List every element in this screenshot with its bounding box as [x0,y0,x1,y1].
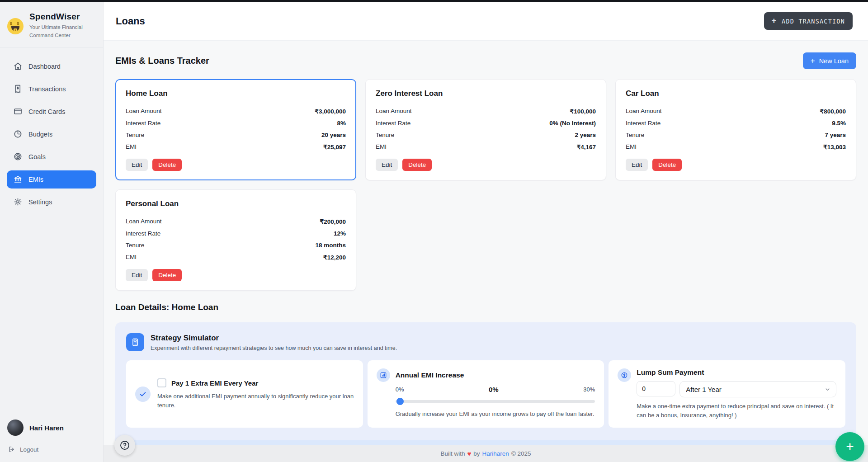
annual-increase-slider[interactable] [396,398,595,405]
emi-value: ₹12,200 [323,254,346,261]
check-icon [135,387,151,402]
annual-increase-label: Annual EMI Increase [396,371,464,379]
simulator-title: Strategy Simulator [151,334,397,343]
interest-rate-value: 0% (No Interest) [549,120,596,127]
interest-rate-value: 9.5% [832,120,846,127]
loan-card-car-loan[interactable]: Car Loan Loan Amount₹800,000 Interest Ra… [615,79,856,180]
money-face-logo-icon: $ $ $ [7,18,24,34]
tenure-value: 7 years [825,132,846,138]
loan-name: Personal Loan [126,199,346,208]
loan-name: Home Loan [126,89,346,98]
slider-max-label: 30% [583,386,595,393]
edit-button[interactable]: Edit [126,159,148,171]
loan-card-home-loan[interactable]: Home Loan Loan Amount₹3,000,000 Interest… [115,79,356,180]
extra-emi-description: Make one additional EMI payment annually… [157,392,354,410]
slider-current-value: 0% [489,386,499,393]
slider-thumb[interactable] [396,398,404,405]
strategy-card-extra-emi: Pay 1 Extra EMI Every Year Make one addi… [126,360,363,428]
tenure-value: 2 years [575,132,596,138]
pie-chart-icon [14,130,22,138]
tenure-value: 18 months [315,242,346,249]
new-loan-button[interactable]: + New Loan [803,52,856,69]
plus-icon: + [846,440,854,453]
delete-button[interactable]: Delete [152,269,182,281]
user-name: Hari Haren [29,424,64,432]
extra-emi-label: Pay 1 Extra EMI Every Year [171,379,258,387]
sidebar-item-budgets[interactable]: Budgets [7,125,96,143]
app-logo: $ $ $ SpendWiser Your Ultimate Financial… [0,2,103,47]
user-avatar [7,420,24,436]
sidebar-nav: Dashboard Transactions Credit Cards Budg… [0,47,103,221]
annual-increase-description: Gradually increase your EMI as your inco… [396,410,595,419]
delete-button[interactable]: Delete [152,159,182,171]
loan-card-zero-interest-loan[interactable]: Zero Interest Loan Loan Amount₹100,000 I… [365,79,606,180]
interest-rate-value: 8% [337,120,346,127]
gear-icon [14,198,22,206]
receipt-icon [14,85,22,93]
simulator-subtitle: Experiment with different repayment stra… [151,345,397,351]
lump-sum-description: Make a one-time extra payment to reduce … [637,402,836,420]
dollar-circle-icon [618,368,631,382]
delete-button[interactable]: Delete [652,159,682,171]
sidebar-item-credit-cards[interactable]: Credit Cards [7,103,96,121]
page-title: Loans [116,15,145,27]
add-floating-button[interactable]: + [835,432,864,461]
loan-amount-value: ₹100,000 [570,108,596,115]
loan-amount-value: ₹800,000 [820,108,846,115]
loan-amount-value: ₹200,000 [320,218,346,225]
calculator-icon [126,333,144,351]
tenure-value: 20 years [321,132,346,138]
page-footer: Built with ♥ by Hariharen © 2025 [104,445,868,462]
emi-value: ₹13,003 [823,143,846,151]
home-icon [14,62,22,71]
app-name: SpendWiser [29,12,89,22]
author-link[interactable]: Hariharen [482,450,509,457]
edit-button[interactable]: Edit [126,269,148,281]
bar-chart-icon [377,368,390,382]
credit-card-icon [14,107,22,116]
bank-icon [14,175,22,184]
emi-value: ₹25,097 [323,143,346,151]
sidebar-item-transactions[interactable]: Transactions [7,80,96,98]
sidebar-user: Hari Haren [0,412,103,438]
help-button[interactable] [114,435,135,456]
plus-icon: + [811,57,815,65]
sidebar-item-goals[interactable]: Goals [7,148,96,166]
strategy-card-lump-sum: Lump Sum Payment After 1 Year [609,360,845,428]
lump-sum-label: Lump Sum Payment [637,368,836,377]
interest-rate-value: 12% [334,230,346,237]
loan-name: Zero Interest Loan [376,89,596,98]
add-transaction-button[interactable]: + ADD TRANSACTION [764,12,853,30]
strategy-simulator-panel: Strategy Simulator Experiment with diffe… [115,322,856,445]
loan-amount-value: ₹3,000,000 [315,108,346,115]
sidebar-item-emis[interactable]: EMIs [7,170,96,189]
strategy-card-annual-increase: Annual EMI Increase 0% 0% 30% Gradually … [368,360,604,428]
slider-track[interactable] [396,400,595,403]
app-tagline: Your Ultimate Financial Command Center [29,24,89,40]
edit-button[interactable]: Edit [626,159,648,171]
sidebar-item-settings[interactable]: Settings [7,193,96,211]
loan-card-grid: Home Loan Loan Amount₹3,000,000 Interest… [115,79,856,291]
loan-details-heading: Loan Details: Home Loan [115,302,856,312]
section-title-tracker: EMIs & Loans Tracker [115,56,209,66]
sidebar-item-dashboard[interactable]: Dashboard [7,57,96,75]
lump-sum-timing-select[interactable]: After 1 Year [679,381,836,397]
target-icon [14,152,22,161]
plus-icon: + [772,17,777,25]
sidebar: $ $ $ SpendWiser Your Ultimate Financial… [0,2,104,462]
logout-icon [8,446,15,453]
emi-value: ₹4,167 [577,143,596,151]
loan-name: Car Loan [626,89,846,98]
slider-min-label: 0% [396,386,404,393]
main-content: EMIs & Loans Tracker + New Loan Home Loa… [104,41,868,445]
extra-emi-checkbox[interactable] [157,378,166,387]
lump-sum-amount-input[interactable] [637,381,675,396]
app-header: Loans + ADD TRANSACTION [104,2,868,41]
logout-button[interactable]: Logout [0,438,103,462]
tip-banner: Tip: Combining all three strategies can … [126,440,845,445]
question-mark-icon [119,440,130,451]
loan-card-personal-loan[interactable]: Personal Loan Loan Amount₹200,000 Intere… [115,189,356,291]
delete-button[interactable]: Delete [402,159,432,171]
edit-button[interactable]: Edit [376,159,398,171]
heart-icon: ♥ [467,450,471,457]
